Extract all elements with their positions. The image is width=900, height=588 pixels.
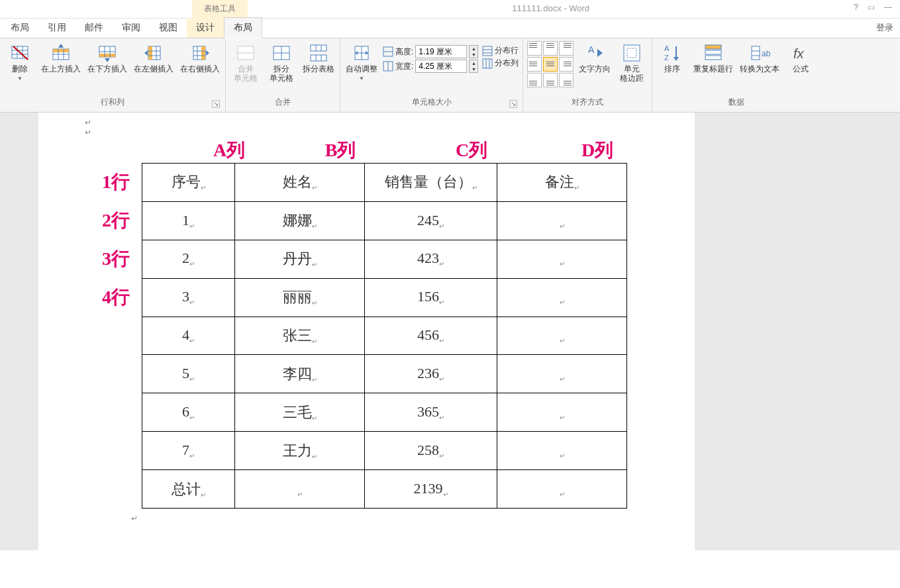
tab-review[interactable]: 审阅 xyxy=(113,18,150,38)
split-cells-button[interactable]: 拆分 单元格 xyxy=(266,41,297,85)
height-input[interactable] xyxy=(415,45,467,58)
table-cell[interactable]: 王力↵ xyxy=(235,432,365,470)
width-spinner[interactable]: ▲▼ xyxy=(469,60,478,73)
convert-to-text-button[interactable]: ab 转换为文本 xyxy=(738,41,781,75)
align-bot-center[interactable] xyxy=(543,73,558,87)
row-annotation: 4行 xyxy=(85,278,142,317)
group-rows-cols: 删除 ▼ 在上方插入 在下方插入 在左侧插入 在右侧插入 行和列↘ xyxy=(0,38,226,112)
table-cell[interactable]: 张三↵ xyxy=(235,317,365,355)
tab-table-layout[interactable]: 布局 xyxy=(224,17,262,38)
table-cell[interactable]: 236↵ xyxy=(365,355,497,393)
table-cell[interactable]: 156↵ xyxy=(365,278,497,317)
align-mid-left[interactable] xyxy=(527,57,542,72)
text-direction-button[interactable]: A 文字方向 xyxy=(577,41,612,75)
help-icon[interactable]: ? xyxy=(854,3,858,18)
tab-view[interactable]: 视图 xyxy=(150,18,187,38)
autofit-button[interactable]: 自动调整 ▼ xyxy=(344,41,379,83)
login-link[interactable]: 登录 xyxy=(870,18,900,38)
table-row[interactable]: 6↵三毛↵365↵↵ xyxy=(142,393,627,432)
sort-label: 排序 xyxy=(664,65,680,74)
align-top-left[interactable] xyxy=(527,41,542,56)
table-row[interactable]: 1↵娜娜↵245↵↵ xyxy=(142,201,627,240)
table-cell[interactable]: ↵ xyxy=(497,470,627,509)
table-cell[interactable]: 245↵ xyxy=(365,201,497,240)
dialog-launcher-icon[interactable]: ↘ xyxy=(509,100,517,108)
table-cell[interactable]: 6↵ xyxy=(142,393,235,432)
table-cell[interactable]: 序号↵ xyxy=(142,164,235,202)
formula-button[interactable]: fx 公式 xyxy=(785,41,817,75)
ribbon-tabs: 布局 引用 邮件 审阅 视图 设计 布局 登录 xyxy=(0,19,900,38)
insert-below-button[interactable]: 在下方插入 xyxy=(86,41,128,75)
tab-table-design[interactable]: 设计 xyxy=(187,18,224,38)
table-cell[interactable]: 456↵ xyxy=(365,317,497,355)
table-row[interactable]: 4↵张三↵456↵↵ xyxy=(142,317,627,355)
width-input[interactable] xyxy=(415,60,467,73)
table-row[interactable]: 总计↵↵2139↵↵ xyxy=(142,470,627,509)
tab-page-layout[interactable]: 布局 xyxy=(1,18,38,38)
table-cell[interactable]: 备注↵ xyxy=(497,164,627,202)
tab-mailings[interactable]: 邮件 xyxy=(75,18,113,38)
autofit-label: 自动调整 xyxy=(346,65,377,74)
align-bot-right[interactable] xyxy=(559,73,574,87)
table-cell[interactable]: 5↵ xyxy=(142,355,235,393)
table-cell[interactable]: 365↵ xyxy=(365,393,497,432)
table-cell[interactable]: ↵ xyxy=(497,278,627,317)
table-cell[interactable]: 4↵ xyxy=(142,317,235,355)
table-cell[interactable]: 1↵ xyxy=(142,201,235,240)
table-cell[interactable]: 258↵ xyxy=(365,432,497,470)
table-cell[interactable]: 7↵ xyxy=(142,432,235,470)
table-cell[interactable]: 销售量（台）↵ xyxy=(365,164,497,202)
table-cell[interactable]: 2139↵ xyxy=(365,470,497,509)
align-mid-center[interactable] xyxy=(543,57,558,72)
table-cell[interactable]: 423↵ xyxy=(365,240,497,278)
cell-margins-button[interactable]: 单元 格边距 xyxy=(616,41,648,85)
align-top-right[interactable] xyxy=(559,41,574,56)
table-cell[interactable]: ↵ xyxy=(497,201,627,240)
table-cell[interactable]: ↵ xyxy=(497,393,627,432)
table-row[interactable]: 5↵李四↵236↵↵ xyxy=(142,355,627,393)
table-cell[interactable]: 2↵ xyxy=(142,240,235,278)
sort-button[interactable]: AZ 排序 xyxy=(656,41,688,75)
tab-references[interactable]: 引用 xyxy=(38,18,75,38)
table-cell[interactable]: 丹丹↵ xyxy=(235,240,365,278)
svg-marker-57 xyxy=(597,49,603,57)
table-cell[interactable]: 娜娜↵ xyxy=(235,201,365,240)
insert-right-icon xyxy=(189,42,211,64)
height-label: 高度: xyxy=(395,46,413,58)
repeat-header-label: 重复标题行 xyxy=(693,65,733,74)
table-cell[interactable]: ↵ xyxy=(497,355,627,393)
table-cell[interactable]: ↵ xyxy=(497,240,627,278)
distribute-cols-label: 分布列 xyxy=(495,58,519,69)
table-row[interactable]: 3↵丽丽↵156↵↵ xyxy=(142,278,627,317)
minimize-icon[interactable]: — xyxy=(884,3,892,18)
distribute-cols-button[interactable]: 分布列 xyxy=(482,58,519,69)
insert-left-button[interactable]: 在左侧插入 xyxy=(132,41,175,75)
distribute-rows-button[interactable]: 分布行 xyxy=(482,45,519,56)
table-cell[interactable]: 三毛↵ xyxy=(235,393,365,432)
table-cell[interactable]: ↵ xyxy=(497,432,627,470)
table-cell[interactable]: 总计↵ xyxy=(142,470,235,509)
delete-button[interactable]: 删除 ▼ xyxy=(4,41,36,83)
table-cell[interactable]: 3↵ xyxy=(142,278,235,317)
repeat-header-button[interactable]: 重复标题行 xyxy=(692,41,734,75)
insert-above-button[interactable]: 在上方插入 xyxy=(40,41,82,75)
table-row[interactable]: 序号↵姓名↵销售量（台）↵备注↵ xyxy=(142,164,627,202)
table-cell[interactable]: 李四↵ xyxy=(235,355,365,393)
table-cell[interactable]: ↵ xyxy=(235,470,365,509)
split-table-button[interactable]: 拆分表格 xyxy=(301,41,336,75)
document-page[interactable]: ↵ ↵ A列 B列 C列 D列 1行2行3行4行序号↵姓名↵销售量（台）↵备注↵… xyxy=(38,113,695,550)
table-row[interactable]: 2↵丹丹↵423↵↵ xyxy=(142,240,627,278)
insert-right-button[interactable]: 在右侧插入 xyxy=(179,41,221,75)
restore-icon[interactable]: ▭ xyxy=(868,3,875,18)
dialog-launcher-icon[interactable]: ↘ xyxy=(212,100,220,108)
height-spinner[interactable]: ▲▼ xyxy=(469,45,478,58)
table-row[interactable]: 7↵王力↵258↵↵ xyxy=(142,432,627,470)
table-cell[interactable]: ↵ xyxy=(497,317,627,355)
sales-table[interactable]: 序号↵姓名↵销售量（台）↵备注↵1↵娜娜↵245↵↵2↵丹丹↵423↵↵3↵丽丽… xyxy=(142,163,627,509)
table-cell[interactable]: 姓名↵ xyxy=(235,164,365,202)
align-mid-right[interactable] xyxy=(559,57,574,72)
align-bot-left[interactable] xyxy=(527,73,542,87)
table-cell[interactable]: 丽丽↵ xyxy=(235,278,365,317)
align-top-center[interactable] xyxy=(543,41,558,56)
group-cell-size-label: 单元格大小 xyxy=(412,97,452,107)
